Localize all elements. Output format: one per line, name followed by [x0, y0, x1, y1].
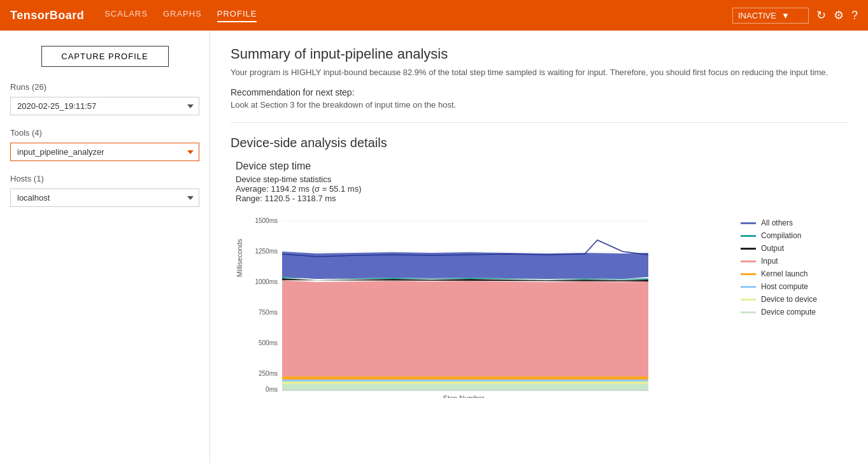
legend-item-all-others: All others: [741, 218, 843, 227]
sidebar: CAPTURE PROFILE Runs (26) 2020-02-25_19:…: [0, 31, 210, 463]
legend-label-output: Output: [761, 244, 784, 253]
svg-text:500ms: 500ms: [259, 339, 278, 346]
help-icon[interactable]: ?: [851, 9, 858, 22]
summary-description: Your program is HIGHLY input-bound becau…: [231, 68, 848, 77]
svg-text:1500ms: 1500ms: [255, 217, 278, 224]
nav-graphs[interactable]: GRAPHS: [163, 9, 202, 22]
divider: [231, 122, 848, 123]
legend-color-device-compute: [741, 311, 756, 313]
nav: SCALARS GRAPHS PROFILE: [104, 9, 712, 22]
header-right: INACTIVE ▼ ↻ ⚙ ?: [732, 8, 858, 24]
legend-color-kernel-launch: [741, 273, 756, 275]
legend-label-input: Input: [761, 257, 778, 266]
recommendation-title: Recommendation for next step:: [231, 87, 848, 97]
legend-label-compilation: Compilation: [761, 231, 801, 240]
legend-item-host-compute: Host compute: [741, 282, 843, 291]
y-axis-label: Milliseconds: [236, 239, 243, 277]
legend-item-kernel-launch: Kernel launch: [741, 269, 843, 278]
svg-text:0ms: 0ms: [266, 386, 278, 393]
chart-svg: 1500ms 1250ms 1000ms 750ms 500ms 250ms 0…: [253, 213, 661, 398]
status-label: INACTIVE: [738, 11, 776, 20]
legend: All others Compilation Output Input: [741, 213, 843, 320]
svg-text:750ms: 750ms: [259, 309, 278, 316]
kernel-launch-area: [282, 376, 648, 380]
hosts-label: Hosts (1): [10, 174, 199, 183]
chart-area: 1500ms 1250ms 1000ms 750ms 500ms 250ms 0…: [253, 213, 730, 400]
svg-text:Step Number: Step Number: [443, 394, 485, 398]
svg-text:1250ms: 1250ms: [255, 248, 278, 255]
main-content: Summary of input-pipeline analysis Your …: [210, 31, 868, 463]
settings-icon[interactable]: ⚙: [834, 8, 844, 22]
legend-item-device-compute: Device compute: [741, 308, 843, 317]
average-stat: Average: 1194.2 ms (σ = 55.1 ms): [236, 184, 361, 194]
chart-wrapper: Milliseconds 1500ms 1250ms 1000ms 750ms …: [236, 213, 843, 400]
nav-scalars[interactable]: SCALARS: [104, 9, 148, 22]
legend-label-device-compute: Device compute: [761, 308, 816, 317]
nav-profile[interactable]: PROFILE: [217, 9, 257, 22]
svg-text:250ms: 250ms: [259, 370, 278, 377]
range-stat: Range: 1120.5 - 1318.7 ms: [236, 194, 336, 203]
tools-select[interactable]: input_pipeline_analyzer: [10, 143, 199, 161]
legend-label-kernel-launch: Kernel launch: [761, 269, 808, 278]
legend-item-compilation: Compilation: [741, 231, 843, 240]
runs-label: Runs (26): [10, 82, 199, 92]
legend-item-device-to-device: Device to device: [741, 295, 843, 304]
chevron-down-icon: ▼: [781, 11, 790, 20]
stats-block: Device step-time statistics Average: 119…: [236, 175, 843, 203]
chart-title: Device step time: [236, 160, 843, 172]
layout: CAPTURE PROFILE Runs (26) 2020-02-25_19:…: [0, 31, 868, 463]
input-area: [282, 280, 648, 376]
legend-label-device-to-device: Device to device: [761, 295, 817, 304]
header: TensorBoard SCALARS GRAPHS PROFILE INACT…: [0, 0, 868, 31]
tools-label: Tools (4): [10, 128, 199, 138]
legend-item-input: Input: [741, 257, 843, 266]
logo: TensorBoard: [10, 9, 84, 22]
svg-text:1000ms: 1000ms: [255, 278, 278, 285]
legend-color-compilation: [741, 235, 756, 237]
host-compute-area: [282, 380, 648, 381]
legend-color-input: [741, 260, 756, 262]
legend-color-device-to-device: [741, 299, 756, 301]
legend-item-output: Output: [741, 244, 843, 253]
device-analysis-title: Device-side analysis details: [231, 136, 848, 150]
chart-container: Device step time Device step-time statis…: [231, 160, 848, 400]
legend-color-host-compute: [741, 286, 756, 288]
stats-title: Device step-time statistics: [236, 175, 331, 184]
status-dropdown[interactable]: INACTIVE ▼: [732, 8, 809, 24]
capture-profile-button[interactable]: CAPTURE PROFILE: [41, 46, 169, 67]
device-compute-area: [282, 384, 648, 390]
hosts-select[interactable]: localhost: [10, 189, 199, 207]
legend-color-all-others: [741, 222, 756, 224]
legend-label-all-others: All others: [761, 218, 793, 227]
legend-label-host-compute: Host compute: [761, 282, 808, 291]
summary-title: Summary of input-pipeline analysis: [231, 46, 848, 62]
runs-select[interactable]: 2020-02-25_19:11:57: [10, 97, 199, 115]
refresh-icon[interactable]: ↻: [816, 8, 826, 22]
recommendation-desc: Look at Section 3 for the breakdown of i…: [231, 100, 848, 110]
device-to-device-area: [282, 381, 648, 384]
legend-color-output: [741, 248, 756, 250]
